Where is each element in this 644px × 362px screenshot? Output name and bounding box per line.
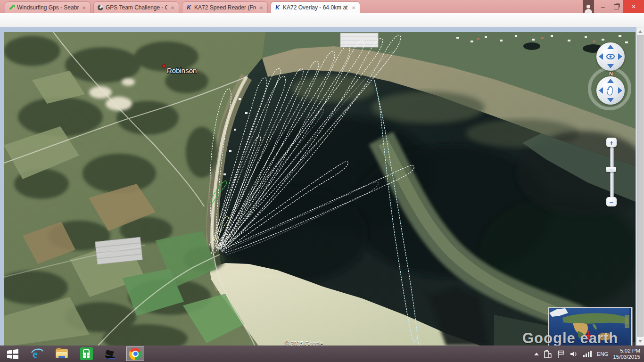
look-down-icon[interactable] <box>607 64 614 68</box>
person-icon <box>586 5 590 8</box>
profile-button[interactable] <box>583 0 594 13</box>
chrome-icon <box>129 348 141 360</box>
tab-ka72-speed-reader[interactable]: K KA72 Speed Reader (Free) × <box>182 1 268 13</box>
webpage-background: Robinson N + − <box>0 27 644 346</box>
tab-close-icon[interactable]: × <box>258 4 264 11</box>
look-joystick[interactable] <box>596 42 625 71</box>
clock-time: 5:02 PM <box>613 348 640 354</box>
system-tray: ENG 5:02 PM 15/03/2015 <box>534 348 644 360</box>
zoom-slider-handle[interactable]: − <box>606 167 616 172</box>
tab-ka72-overlay-active[interactable]: K KA72 Overlay - 64.0km at × <box>271 1 360 13</box>
zoom-in-button[interactable]: + <box>606 138 617 147</box>
hand-icon <box>606 85 615 96</box>
scroll-up-icon[interactable] <box>638 30 642 33</box>
tab-gps-team-challenge[interactable]: GPS Team Challenge - Co × <box>93 1 179 13</box>
pan-up-icon[interactable] <box>607 79 614 83</box>
tab-title: GPS Team Challenge - Co <box>106 4 167 11</box>
map-copyright: © 2015 Google <box>285 340 323 346</box>
zoom-out-button[interactable]: − <box>606 197 617 206</box>
tab-title: KA72 Overlay - 64.0km at <box>283 4 348 11</box>
clock-date: 15/03/2015 <box>613 354 640 360</box>
restore-icon <box>614 4 619 9</box>
eye-icon <box>606 52 615 61</box>
action-center-flag-icon[interactable] <box>557 349 565 359</box>
terrain <box>4 32 636 346</box>
browser-titlebar: Windsurfing Gps - Seabree × GPS Team Cha… <box>0 0 644 13</box>
pan-right-icon[interactable] <box>618 87 622 94</box>
pan-down-icon[interactable] <box>607 98 614 102</box>
tab-title: Windsurfing Gps - Seabree <box>17 4 79 11</box>
green-arrow-icon <box>8 4 15 11</box>
ka72-icon: K <box>274 4 281 11</box>
scroll-down-icon[interactable] <box>638 340 642 343</box>
windows-store-button[interactable] <box>77 346 95 361</box>
taskbar-clock[interactable]: 5:02 PM 15/03/2015 <box>613 348 640 360</box>
battery-icon[interactable] <box>544 349 552 359</box>
zoom-track[interactable] <box>610 146 614 201</box>
page-scrollbar[interactable] <box>636 27 644 346</box>
store-bag-icon <box>80 347 93 360</box>
tab-title: KA72 Speed Reader (Free) <box>194 4 256 11</box>
look-up-icon[interactable] <box>607 45 614 49</box>
tab-windsurfing-gps[interactable]: Windsurfing Gps - Seabree × <box>5 1 91 13</box>
ka72-icon: K <box>185 4 192 11</box>
gps-team-challenge-icon <box>97 4 104 11</box>
close-window-button[interactable]: × <box>623 0 644 13</box>
laptop-app-button[interactable] <box>102 346 120 361</box>
internet-explorer-button[interactable]: e <box>28 346 46 361</box>
tab-close-icon[interactable]: × <box>81 4 87 11</box>
look-left-icon[interactable] <box>599 53 603 60</box>
pan-left-icon[interactable] <box>599 87 603 94</box>
look-right-icon[interactable] <box>618 53 622 60</box>
scrollbar-thumb[interactable] <box>637 35 644 337</box>
laptop-icon <box>104 349 118 359</box>
tab-close-icon[interactable]: × <box>169 4 176 11</box>
satellite-map[interactable]: Robinson <box>4 32 636 346</box>
windows-taskbar: e <box>0 346 644 362</box>
internet-explorer-icon: e <box>31 348 44 360</box>
restore-button[interactable] <box>610 0 622 13</box>
network-signal-icon[interactable] <box>583 349 592 359</box>
volume-icon[interactable] <box>570 349 578 359</box>
file-explorer-button[interactable] <box>53 346 71 361</box>
minimize-button[interactable]: – <box>597 0 609 13</box>
browser-toolbar: ← → ↻ ⌂ www.ka72.com /viewge.aspx?fid=10… <box>0 13 644 27</box>
pan-joystick[interactable] <box>596 76 625 105</box>
folder-icon <box>56 349 68 358</box>
google-earth-watermark: Google earth <box>522 330 618 346</box>
language-indicator[interactable]: ENG <box>597 351 609 357</box>
start-button[interactable] <box>4 346 22 361</box>
tray-caret-icon[interactable] <box>534 353 539 355</box>
place-label: Robinson <box>167 66 197 74</box>
google-earth-plugin[interactable]: Robinson N + − <box>4 32 636 346</box>
zoom-slider[interactable]: + − − <box>605 138 618 207</box>
windows-logo-icon <box>7 349 19 359</box>
chrome-button-active[interactable] <box>126 346 144 361</box>
tab-close-icon[interactable]: × <box>350 4 357 11</box>
